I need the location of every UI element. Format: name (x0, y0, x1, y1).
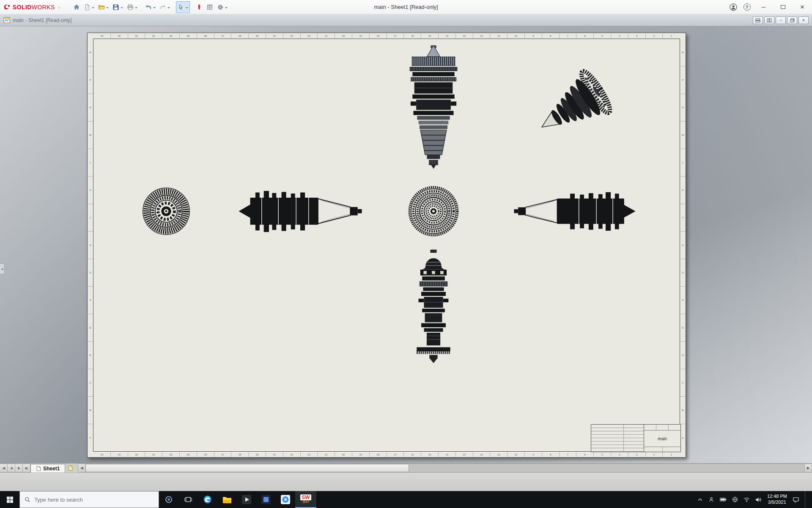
open-button[interactable] (96, 1, 110, 13)
dropdown-caret[interactable] (186, 7, 188, 10)
task-view-button[interactable] (178, 491, 198, 508)
graphics-area[interactable]: ◂ 34333231302928272625242322212019181716… (0, 26, 812, 463)
zone-label: 20 (335, 33, 352, 38)
redo-button[interactable] (158, 1, 172, 13)
document-window-controls: ─ × (752, 17, 809, 24)
zone-label: 20 (335, 452, 352, 457)
next-sheet-button[interactable]: ▶ (15, 464, 23, 472)
new-document-icon (84, 4, 91, 11)
print-button[interactable] (125, 1, 139, 13)
file-explorer-button[interactable] (217, 491, 237, 508)
user-icon (729, 3, 738, 11)
sheet-nav-buttons: |◀ ◀ ▶ ▶| (0, 464, 30, 472)
gear-icon (217, 4, 224, 11)
zone-label: 32 (128, 33, 145, 38)
save-button[interactable] (111, 1, 125, 13)
solidworks-taskbar-button[interactable]: SW 2021 (295, 491, 316, 508)
dropdown-caret[interactable] (135, 7, 137, 10)
dropdown-caret[interactable] (167, 7, 170, 10)
scrollbar-thumb[interactable] (85, 464, 409, 472)
solidworks-app-icon: SW (300, 494, 311, 500)
view-isometric[interactable] (524, 65, 627, 147)
cortana-button[interactable] (159, 491, 178, 508)
action-center-icon[interactable] (793, 497, 799, 503)
view-side-left[interactable] (238, 184, 363, 240)
app-dark-button[interactable] (256, 491, 276, 508)
show-desktop-button[interactable] (805, 491, 808, 508)
view-rear[interactable] (408, 185, 459, 239)
scroll-right-arrow[interactable]: ▶ (804, 464, 812, 472)
dropdown-caret[interactable] (92, 7, 94, 10)
zone-label: H (680, 231, 685, 259)
photos-app-button[interactable] (276, 491, 295, 508)
tile-horizontal-button[interactable] (753, 17, 763, 24)
last-sheet-button[interactable]: ▶| (23, 464, 30, 472)
volume-icon[interactable] (755, 497, 762, 502)
doc-restore-button[interactable] (787, 17, 797, 24)
dropdown-caret[interactable] (106, 7, 109, 10)
undo-icon (145, 4, 152, 11)
zone-label: 32 (128, 452, 145, 457)
task-view-icon (184, 496, 192, 503)
view-side-right[interactable] (513, 186, 636, 239)
help-button[interactable]: ? (740, 0, 754, 14)
wifi-icon[interactable] (743, 497, 750, 502)
horizontal-scrollbar[interactable]: ◀ ▶ (78, 464, 812, 472)
drawing-sheet[interactable]: 3433323130292827262524232221201918171615… (87, 33, 686, 458)
zone-label: 15 (421, 33, 438, 38)
sheet-properties-button[interactable] (205, 1, 215, 13)
zone-label: M (680, 121, 685, 149)
view-top[interactable] (408, 44, 459, 171)
battery-icon[interactable] (720, 497, 727, 502)
windows-logo-icon (6, 496, 14, 503)
media-app-button[interactable] (237, 491, 256, 508)
close-button[interactable]: × (793, 0, 812, 14)
taskbar-clock[interactable]: 12:48 PM 3/5/2021 (767, 494, 787, 505)
doc-close-button[interactable]: × (798, 17, 809, 24)
options-button[interactable] (215, 1, 229, 13)
people-icon[interactable] (708, 497, 714, 502)
zone-label: 26 (231, 33, 248, 38)
chevron-up-icon[interactable] (697, 497, 703, 502)
zone-label: 17 (387, 33, 404, 38)
network-globe-icon[interactable] (732, 497, 738, 502)
dropdown-caret[interactable] (225, 7, 228, 10)
solidworks-logo[interactable]: SOLIDWORKS › (0, 0, 64, 14)
account-button[interactable] (727, 0, 740, 14)
zone-label: 9 (524, 33, 542, 38)
menu-flyout-arrow[interactable]: › (58, 5, 60, 10)
panel-collapse-arrow[interactable]: ◂ (0, 263, 5, 274)
dropdown-caret[interactable] (121, 7, 123, 10)
status-bar (0, 472, 812, 491)
taskbar-search[interactable] (19, 491, 159, 508)
first-sheet-button[interactable]: |◀ (0, 464, 8, 472)
previous-sheet-button[interactable]: ◀ (8, 464, 15, 472)
zone-label: F (88, 286, 93, 314)
tile-vertical-button[interactable] (764, 17, 774, 24)
edge-button[interactable] (198, 491, 217, 508)
start-button[interactable] (0, 491, 19, 508)
maximize-button[interactable] (773, 0, 793, 14)
add-sheet-button[interactable] (65, 464, 75, 472)
home-button[interactable] (71, 1, 82, 13)
zone-label: G (88, 259, 93, 286)
new-document-button[interactable] (82, 1, 96, 13)
select-tool-button[interactable] (176, 1, 190, 13)
markup-button[interactable] (194, 1, 204, 13)
media-app-icon (241, 494, 252, 505)
sheet-tab-sheet1[interactable]: Sheet1 (30, 464, 65, 472)
zone-label: M (88, 121, 93, 149)
dropdown-caret[interactable] (153, 7, 156, 10)
view-bottom[interactable] (409, 246, 458, 372)
minimize-button[interactable]: ─ (754, 0, 773, 14)
doc-minimize-button[interactable]: ─ (776, 17, 786, 24)
zone-label: 4 (611, 33, 628, 38)
scroll-left-arrow[interactable]: ◀ (78, 464, 85, 472)
titlebar-right-controls: ? ─ × (727, 0, 812, 14)
search-input[interactable] (34, 497, 154, 503)
undo-button[interactable] (143, 1, 157, 13)
zone-label: 18 (369, 33, 387, 38)
scrollbar-track[interactable] (85, 464, 804, 472)
save-icon (112, 4, 119, 11)
view-front[interactable] (142, 187, 191, 237)
